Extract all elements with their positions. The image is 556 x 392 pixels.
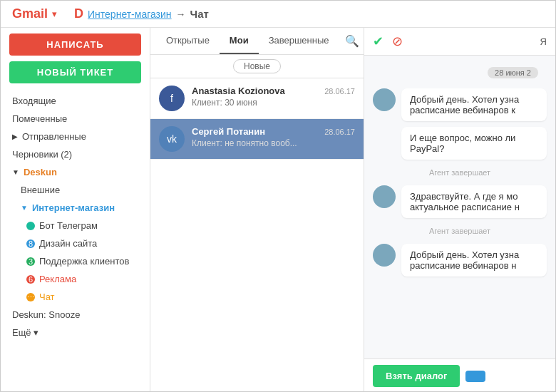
conv-content-2: Сергей Потанин 28.06.17 Клиент: не понят… xyxy=(192,126,355,148)
sidebar-item-sent[interactable]: ▶ Отправленные xyxy=(1,128,150,145)
date-badge: 28 июня 2 xyxy=(488,67,538,78)
conv-avatar-fb: f xyxy=(159,86,185,111)
sidebar-item-shop[interactable]: ▼ Интернет-магазин xyxy=(1,199,150,217)
blue-action-button[interactable] xyxy=(465,371,485,382)
main-area: НАПИСАТЬ НОВЫЙ ТИКЕТ Входящие Помеченные… xyxy=(1,28,555,392)
take-dialog-button[interactable]: Взять диалог xyxy=(373,365,460,387)
external-label: Внешние xyxy=(21,185,60,195)
breadcrumb-shop[interactable]: Интернет-магазин xyxy=(88,9,172,20)
msg-avatar-4 xyxy=(373,244,396,267)
conversation-item[interactable]: f Anastasia Kozionova 28.06.17 Клиент: 3… xyxy=(150,78,364,119)
sidebar-item-chat[interactable]: ⋯ Чат xyxy=(1,288,150,306)
sidebar-item-snooze[interactable]: Deskun: Snooze xyxy=(1,306,150,324)
drafts-label: Черновики (2) xyxy=(12,149,72,160)
tab-mine[interactable]: Мои xyxy=(220,28,259,54)
more-label: Ещё ▾ xyxy=(12,327,38,338)
msg-bubble-1: Добрый день. Хотел узна расписание вебин… xyxy=(401,88,547,121)
sidebar-item-external[interactable]: Внешние xyxy=(1,181,150,199)
telegram-dot xyxy=(26,222,35,230)
conv-sub-2: Клиент: не понятно вооб... xyxy=(192,138,355,148)
conversation-item-selected[interactable]: vk Сергей Потанин 28.06.17 Клиент: не по… xyxy=(150,119,364,160)
design-dot: 8 xyxy=(26,239,35,248)
conv-sub: Клиент: 30 июня xyxy=(192,98,355,108)
conversation-list: f Anastasia Kozionova 28.06.17 Клиент: 3… xyxy=(150,78,364,392)
conv-avatar-vk: vk xyxy=(159,126,185,152)
middle-panel: Открытые Мои Завершенные 🔍 Новые f Anast… xyxy=(150,28,364,392)
new-label-row: Новые xyxy=(150,55,364,78)
deskun-arrow: ▼ xyxy=(12,168,19,176)
tab-open[interactable]: Открытые xyxy=(156,28,220,54)
right-user-label: Я xyxy=(540,36,547,47)
sidebar-item-starred[interactable]: Помеченные xyxy=(1,110,150,128)
newticket-button[interactable]: НОВЫЙ ТИКЕТ xyxy=(9,61,141,83)
breadcrumb: D Интернет-магазин → Чат xyxy=(74,6,209,21)
ads-dot: 6 xyxy=(26,275,35,284)
conv-header: Anastasia Kozionova 28.06.17 xyxy=(192,86,355,96)
msg-avatar-1 xyxy=(373,88,396,111)
sidebar-item-deskun[interactable]: ▼ Deskun xyxy=(1,163,150,181)
msg-bubble-3: Здравствуйте. А где я мо актуальное расп… xyxy=(401,185,547,218)
compose-button[interactable]: НАПИСАТЬ xyxy=(9,33,141,56)
snooze-label: Deskun: Snooze xyxy=(12,309,80,320)
msg-bubble-2: И еще вопрос, можно ли PayPal? xyxy=(401,127,547,160)
sidebar-item-drafts[interactable]: Черновики (2) xyxy=(1,145,150,163)
block-icon[interactable]: ⊘ xyxy=(392,33,403,49)
message-row-2: И еще вопрос, можно ли PayPal? xyxy=(373,127,547,160)
gmail-logo: Gmail xyxy=(12,6,48,21)
search-icon[interactable]: 🔍 xyxy=(339,29,365,53)
chat-dot: ⋯ xyxy=(26,293,35,301)
starred-label: Помеченные xyxy=(12,113,67,124)
sidebar-item-more[interactable]: Ещё ▾ xyxy=(1,324,150,341)
new-badge: Новые xyxy=(233,59,281,73)
conv-content: Anastasia Kozionova 28.06.17 Клиент: 30 … xyxy=(192,86,355,108)
date-separator: 28 июня 2 xyxy=(373,61,547,83)
msg-avatar-3 xyxy=(373,185,396,208)
inbox-label: Входящие xyxy=(12,96,56,106)
message-row-4: Добрый день. Хотел узна расписание вебин… xyxy=(373,244,547,277)
agent-label-1: Агент завершает xyxy=(373,165,547,180)
sidebar-item-support[interactable]: 3 Поддержка клиентов xyxy=(1,252,150,270)
app-wrapper: Gmail ▾ D Интернет-магазин → Чат НАПИСАТ… xyxy=(1,1,555,392)
top-bar: Gmail ▾ D Интернет-магазин → Чат xyxy=(1,1,555,28)
right-panel: ✔ ⊘ Я 28 июня 2 Добрый день. Хотел узна … xyxy=(364,28,555,392)
conv-name-2: Сергей Потанин xyxy=(192,126,265,137)
sidebar: НАПИСАТЬ НОВЫЙ ТИКЕТ Входящие Помеченные… xyxy=(1,28,150,392)
conv-name: Anastasia Kozionova xyxy=(192,86,285,96)
tabs-row: Открытые Мои Завершенные 🔍 xyxy=(150,28,364,55)
message-row-3: Здравствуйте. А где я мо актуальное расп… xyxy=(373,185,547,218)
shop-arrow: ▼ xyxy=(21,204,28,212)
design-label: Дизайн сайта xyxy=(39,238,97,249)
right-footer: Взять диалог xyxy=(364,359,555,392)
sidebar-item-ads[interactable]: 6 Реклама xyxy=(1,270,150,288)
sent-arrow: ▶ xyxy=(12,133,18,140)
chat-label: Чат xyxy=(39,292,55,302)
sidebar-item-telegram[interactable]: Бот Телеграм xyxy=(1,217,150,234)
agent-label-2: Агент завершает xyxy=(373,224,547,238)
sidebar-item-design[interactable]: 8 Дизайн сайта xyxy=(1,234,150,252)
ads-label: Реклама xyxy=(39,274,76,284)
right-topbar: ✔ ⊘ Я xyxy=(364,28,555,56)
deskun-label: Deskun xyxy=(24,167,57,177)
message-row-1: Добрый день. Хотел узна расписание вебин… xyxy=(373,88,547,121)
support-label: Поддержка клиентов xyxy=(39,256,129,267)
gmail-menu[interactable]: Gmail ▾ xyxy=(12,6,57,21)
conv-date: 28.06.17 xyxy=(324,87,355,96)
conv-header-2: Сергей Потанин 28.06.17 xyxy=(192,126,355,137)
msg-bubble-4: Добрый день. Хотел узна расписание вебин… xyxy=(401,244,547,277)
deskun-icon: D xyxy=(74,6,83,21)
breadcrumb-separator: → xyxy=(176,9,186,20)
gmail-caret: ▾ xyxy=(52,9,57,19)
check-icon[interactable]: ✔ xyxy=(373,33,383,49)
conv-date-2: 28.06.17 xyxy=(324,128,355,136)
support-dot: 3 xyxy=(26,257,35,266)
sent-label: Отправленные xyxy=(22,131,86,142)
shop-label: Интернет-магазин xyxy=(32,202,115,213)
sidebar-item-inbox[interactable]: Входящие xyxy=(1,92,150,110)
telegram-label: Бот Телеграм xyxy=(39,220,98,231)
breadcrumb-current: Чат xyxy=(190,8,209,20)
tab-done[interactable]: Завершенные xyxy=(259,28,339,54)
messages-area: 28 июня 2 Добрый день. Хотел узна распис… xyxy=(364,56,555,359)
